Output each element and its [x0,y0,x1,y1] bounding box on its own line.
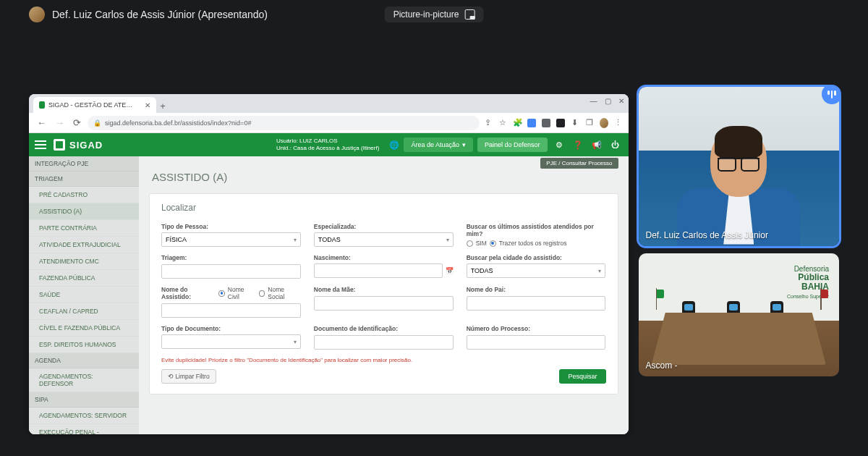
numero-processo-label: Número do Processo: [467,325,606,332]
nav-back-icon[interactable]: ← [35,117,48,128]
menu-item-fazenda-publica[interactable]: FAZENDA PÚBLICA [29,270,139,287]
limpar-filtro-button[interactable]: ⟲ Limpar Filtro [161,369,216,384]
picture-in-picture-button[interactable]: Picture-in-picture [385,7,484,22]
pesquisar-button[interactable]: Pesquisar [559,369,605,384]
nome-assistido-label: Nome do Assistido: [161,286,216,300]
lock-icon: 🔒 [93,119,101,127]
tipo-documento-label: Tipo de Documento: [161,325,301,332]
logout-icon[interactable]: ⏻ [608,138,623,152]
pip-label: Picture-in-picture [393,9,459,20]
nascimento-label: Nascimento: [314,254,454,261]
menu-item-ceaflan[interactable]: CEAFLAN / CAPRED [29,303,139,320]
menu-item-direitos-humanos[interactable]: ESP. DIREITOS HUMANOS [29,337,139,353]
especializada-select[interactable]: TODAS ▾ [314,232,454,247]
more-icon[interactable]: ⋮ [614,118,623,127]
chevron-down-icon: ▾ [294,339,297,345]
area-atuacao-label: Área de Atuação [411,141,459,148]
person-figure [710,130,767,197]
window-minimize-button[interactable]: — [590,97,597,105]
participant-tile-presenter[interactable]: Def. Luiz Carlos de Assis Júnior [639,87,840,246]
flag-right-icon [817,288,825,310]
radio-nome-social[interactable] [259,290,265,297]
presenter-avatar [29,7,45,22]
tab-close-icon[interactable]: ✕ [145,101,150,109]
browser-toolbar: ← → ⟳ 🔒 sigad.defensoria.ba.def.br/assis… [29,113,629,133]
chevron-down-icon: ▾ [446,237,449,243]
history-icon[interactable]: ❐ [585,118,594,127]
tipo-documento-select[interactable]: ▾ [161,334,301,349]
menu-item-civel-fazenda[interactable]: CÍVEL E FAZENDA PÚBLICA [29,320,139,337]
user-unit: Unid.: Casa de Acesso à Justiça (Itinerf… [276,145,379,152]
notification-icon[interactable]: 📢 [590,138,604,152]
nav-reload-icon[interactable]: ⟳ [71,117,83,128]
painel-defensor-button[interactable]: Painel do Defensor [477,138,548,152]
refresh-icon: ⟲ [168,373,174,380]
gear-icon[interactable]: ⚙ [552,138,566,152]
address-bar[interactable]: 🔒 sigad.defensoria.ba.def.br/assistidos/… [88,116,480,130]
download-icon[interactable]: ⬇ [571,118,579,127]
menu-section-agenda[interactable]: AGENDA [29,353,139,368]
browser-tab[interactable]: SIGAD - GESTÃO DE ATENDIMENTO ✕ [33,97,156,113]
menu-item-atividade-extrajudicial[interactable]: ATIVIDADE EXTRAJUDICIAL [29,237,139,253]
menu-toggle-icon[interactable] [35,140,46,149]
numero-processo-input[interactable] [467,335,606,350]
help-icon[interactable]: ❓ [571,138,585,152]
menu-section-triagem[interactable]: TRIAGEM [29,172,139,187]
radio-nome-civil[interactable] [218,290,225,297]
radio-sim[interactable] [467,240,473,247]
extension-grey-icon[interactable] [542,119,550,127]
buscar-ultimos-label: Buscar os últimos assistidos atendidos p… [467,223,606,237]
pje-consultar-button[interactable]: PJE / Consultar Processo [540,158,618,169]
star-icon[interactable]: ☆ [498,118,507,127]
duplicate-warning: Evite duplicidade! Priorize o filtro "Do… [161,357,606,363]
menu-section-integracao[interactable]: INTEGRAÇÃO PJE [29,156,139,172]
participant-tile-ascom[interactable]: Defensoria Pública BAHIA Conselho Superi… [639,253,840,376]
chevron-down-icon: ▾ [294,237,297,243]
tipo-pessoa-value: FÍSICA [166,236,187,243]
documento-identificacao-input[interactable] [314,335,454,350]
extension-blue-icon[interactable] [527,119,536,127]
especializada-label: Especializada: [314,223,454,230]
participant-name: Def. Luiz Carlos de Assis Júnior [646,230,768,240]
triagem-label: Triagem: [161,254,301,261]
triagem-input[interactable] [161,264,301,279]
nome-assistido-input[interactable] [161,303,301,318]
extensions-icon[interactable]: 🧩 [513,118,522,127]
nav-forward-icon[interactable]: → [53,117,67,128]
window-close-button[interactable]: ✕ [618,97,624,105]
menu-item-atendimento-cmc[interactable]: ATENDIMENTO CMC [29,253,139,270]
video-column: Def. Luiz Carlos de Assis Júnior Defenso… [639,29,840,434]
buscar-cidade-select[interactable]: TODAS ▾ [467,263,606,278]
window-maximize-button[interactable]: ▢ [605,97,611,105]
calendar-icon[interactable]: 📅 [446,267,454,274]
radio-sim-label: SIM [476,240,487,247]
url-text: sigad.defensoria.ba.def.br/assistidos/in… [105,119,251,127]
nascimento-input[interactable] [314,263,443,278]
menu-item-agendamentos-defensor[interactable]: AGENDAMENTOS: DEFENSOR [29,368,139,392]
menu-item-assistido[interactable]: ASSISTIDO (A) [29,203,139,220]
presenter-info: Def. Luiz Carlos de Assis Júnior (Aprese… [29,7,268,22]
tab-title: SIGAD - GESTÃO DE ATENDIMENTO [48,101,137,109]
browser-tabbar: SIGAD - GESTÃO DE ATENDIMENTO ✕ + [29,94,629,113]
extension-dark-icon[interactable] [556,119,565,127]
profile-avatar-icon[interactable] [600,118,608,128]
nome-pai-input[interactable] [467,296,606,311]
menu-item-saude[interactable]: SAÚDE [29,287,139,303]
tipo-pessoa-select[interactable]: FÍSICA ▾ [161,232,301,247]
share-icon[interactable]: ⇪ [484,118,493,127]
menu-item-parte-contraria[interactable]: PARTE CONTRÁRIA [29,220,139,237]
chevron-down-icon: ▾ [598,268,601,274]
menu-item-execucao-penal[interactable]: EXECUÇÃO PENAL - PLANILHA [29,424,139,434]
participant-name: Ascom - [646,360,678,371]
nome-mae-input[interactable] [314,296,454,311]
menu-item-agendamentos-servidor[interactable]: AGENDAMENTOS: SERVIDOR [29,408,139,424]
radio-nome-social-label: Nome Social [268,286,301,300]
globe-icon: 🌐 [389,140,399,150]
new-tab-button[interactable]: + [156,101,169,113]
radio-trazer-todos[interactable] [490,240,496,247]
menu-section-sipa[interactable]: SIPA [29,392,139,408]
page-title: ASSISTIDO (A) [152,171,618,183]
conference-table [652,313,827,365]
menu-item-pre-cadastro[interactable]: PRÉ CADASTRO [29,187,139,203]
area-atuacao-button[interactable]: Área de Atuação ▾ [404,138,473,152]
